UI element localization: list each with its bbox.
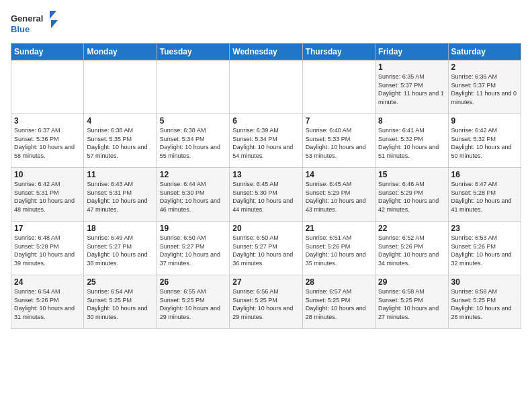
- calendar-cell: 9Sunrise: 6:42 AM Sunset: 5:32 PM Daylig…: [448, 114, 521, 168]
- day-info: Sunrise: 6:58 AM Sunset: 5:25 PM Dayligh…: [378, 287, 445, 321]
- day-number: 9: [451, 116, 518, 126]
- day-info: Sunrise: 6:47 AM Sunset: 5:28 PM Dayligh…: [451, 180, 518, 214]
- calendar-cell: [84, 60, 157, 114]
- day-number: 15: [378, 170, 445, 179]
- calendar-cell: 14Sunrise: 6:45 AM Sunset: 5:29 PM Dayli…: [302, 168, 375, 222]
- svg-text:Blue: Blue: [11, 24, 30, 34]
- calendar-cell: 7Sunrise: 6:40 AM Sunset: 5:33 PM Daylig…: [302, 114, 375, 168]
- day-info: Sunrise: 6:40 AM Sunset: 5:33 PM Dayligh…: [306, 126, 372, 160]
- calendar-cell: 1Sunrise: 6:35 AM Sunset: 5:37 PM Daylig…: [375, 60, 448, 114]
- day-number: 20: [232, 224, 299, 233]
- day-number: 28: [306, 277, 372, 287]
- day-number: 6: [232, 116, 299, 126]
- calendar-cell: 5Sunrise: 6:38 AM Sunset: 5:34 PM Daylig…: [157, 114, 229, 168]
- day-info: Sunrise: 6:58 AM Sunset: 5:25 PM Dayligh…: [451, 287, 518, 321]
- col-header-friday: Friday: [375, 44, 448, 60]
- day-info: Sunrise: 6:50 AM Sunset: 5:27 PM Dayligh…: [160, 234, 226, 267]
- day-number: 12: [160, 170, 226, 179]
- day-info: Sunrise: 6:35 AM Sunset: 5:37 PM Dayligh…: [378, 73, 445, 106]
- day-number: 19: [160, 224, 226, 233]
- calendar-cell: 24Sunrise: 6:54 AM Sunset: 5:26 PM Dayli…: [11, 275, 84, 329]
- day-info: Sunrise: 6:57 AM Sunset: 5:25 PM Dayligh…: [306, 287, 372, 321]
- day-number: 22: [378, 224, 445, 233]
- day-number: 16: [451, 170, 518, 179]
- day-number: 4: [87, 116, 153, 126]
- day-info: Sunrise: 6:44 AM Sunset: 5:30 PM Dayligh…: [160, 180, 226, 214]
- calendar-cell: 18Sunrise: 6:49 AM Sunset: 5:27 PM Dayli…: [84, 222, 157, 275]
- day-number: 24: [14, 277, 81, 287]
- calendar-cell: 12Sunrise: 6:44 AM Sunset: 5:30 PM Dayli…: [157, 168, 229, 222]
- day-info: Sunrise: 6:45 AM Sunset: 5:30 PM Dayligh…: [232, 180, 299, 214]
- calendar-cell: 22Sunrise: 6:52 AM Sunset: 5:26 PM Dayli…: [375, 222, 448, 275]
- day-info: Sunrise: 6:43 AM Sunset: 5:31 PM Dayligh…: [87, 180, 153, 214]
- day-number: 11: [87, 170, 153, 179]
- calendar-week-row: 24Sunrise: 6:54 AM Sunset: 5:26 PM Dayli…: [11, 275, 521, 329]
- calendar-cell: [230, 60, 302, 114]
- col-header-tuesday: Tuesday: [157, 44, 229, 60]
- day-info: Sunrise: 6:37 AM Sunset: 5:36 PM Dayligh…: [14, 126, 81, 160]
- day-number: 7: [306, 116, 372, 126]
- calendar-week-row: 17Sunrise: 6:48 AM Sunset: 5:28 PM Dayli…: [11, 222, 521, 275]
- day-info: Sunrise: 6:42 AM Sunset: 5:31 PM Dayligh…: [14, 180, 81, 214]
- day-number: 25: [87, 277, 153, 287]
- calendar-cell: 11Sunrise: 6:43 AM Sunset: 5:31 PM Dayli…: [84, 168, 157, 222]
- day-number: 29: [378, 277, 445, 287]
- day-number: 5: [160, 116, 226, 126]
- day-info: Sunrise: 6:46 AM Sunset: 5:29 PM Dayligh…: [378, 180, 445, 214]
- calendar-cell: 17Sunrise: 6:48 AM Sunset: 5:28 PM Dayli…: [11, 222, 84, 275]
- day-info: Sunrise: 6:52 AM Sunset: 5:26 PM Dayligh…: [378, 234, 445, 267]
- day-info: Sunrise: 6:50 AM Sunset: 5:27 PM Dayligh…: [232, 234, 299, 267]
- calendar-cell: 26Sunrise: 6:55 AM Sunset: 5:25 PM Dayli…: [157, 275, 229, 329]
- day-number: 30: [451, 277, 518, 287]
- col-header-saturday: Saturday: [448, 44, 521, 60]
- day-info: Sunrise: 6:45 AM Sunset: 5:29 PM Dayligh…: [306, 180, 372, 214]
- page-header: GeneralBlue: [11, 11, 521, 38]
- day-number: 18: [87, 224, 153, 233]
- calendar-cell: [302, 60, 375, 114]
- calendar-week-row: 10Sunrise: 6:42 AM Sunset: 5:31 PM Dayli…: [11, 168, 521, 222]
- day-info: Sunrise: 6:36 AM Sunset: 5:37 PM Dayligh…: [451, 73, 518, 106]
- day-number: 21: [306, 224, 372, 233]
- day-number: 13: [232, 170, 299, 179]
- calendar-cell: 15Sunrise: 6:46 AM Sunset: 5:29 PM Dayli…: [375, 168, 448, 222]
- day-number: 14: [306, 170, 372, 179]
- col-header-monday: Monday: [84, 44, 157, 60]
- logo: GeneralBlue: [11, 11, 64, 38]
- day-number: 17: [14, 224, 81, 233]
- calendar-cell: 8Sunrise: 6:41 AM Sunset: 5:32 PM Daylig…: [375, 114, 448, 168]
- day-info: Sunrise: 6:39 AM Sunset: 5:34 PM Dayligh…: [232, 126, 299, 160]
- day-number: 26: [160, 277, 226, 287]
- calendar-header-row: SundayMondayTuesdayWednesdayThursdayFrid…: [11, 44, 521, 60]
- day-info: Sunrise: 6:38 AM Sunset: 5:34 PM Dayligh…: [160, 126, 226, 160]
- calendar-cell: 13Sunrise: 6:45 AM Sunset: 5:30 PM Dayli…: [230, 168, 302, 222]
- svg-marker-2: [50, 11, 56, 19]
- calendar-cell: [11, 60, 84, 114]
- calendar-cell: 20Sunrise: 6:50 AM Sunset: 5:27 PM Dayli…: [230, 222, 302, 275]
- svg-text:General: General: [11, 13, 43, 24]
- day-info: Sunrise: 6:49 AM Sunset: 5:27 PM Dayligh…: [87, 234, 153, 267]
- day-number: 2: [451, 62, 518, 72]
- day-info: Sunrise: 6:56 AM Sunset: 5:25 PM Dayligh…: [232, 287, 299, 321]
- col-header-sunday: Sunday: [11, 44, 84, 60]
- calendar-table: SundayMondayTuesdayWednesdayThursdayFrid…: [11, 43, 521, 329]
- calendar-cell: 3Sunrise: 6:37 AM Sunset: 5:36 PM Daylig…: [11, 114, 84, 168]
- day-info: Sunrise: 6:38 AM Sunset: 5:35 PM Dayligh…: [87, 126, 153, 160]
- day-info: Sunrise: 6:48 AM Sunset: 5:28 PM Dayligh…: [14, 234, 81, 267]
- calendar-cell: 6Sunrise: 6:39 AM Sunset: 5:34 PM Daylig…: [230, 114, 302, 168]
- calendar-cell: [157, 60, 229, 114]
- day-info: Sunrise: 6:53 AM Sunset: 5:26 PM Dayligh…: [451, 234, 518, 267]
- logo-svg: GeneralBlue: [11, 11, 64, 38]
- calendar-cell: 2Sunrise: 6:36 AM Sunset: 5:37 PM Daylig…: [448, 60, 521, 114]
- day-number: 23: [451, 224, 518, 233]
- calendar-cell: 16Sunrise: 6:47 AM Sunset: 5:28 PM Dayli…: [448, 168, 521, 222]
- col-header-thursday: Thursday: [302, 44, 375, 60]
- day-number: 8: [378, 116, 445, 126]
- calendar-week-row: 3Sunrise: 6:37 AM Sunset: 5:36 PM Daylig…: [11, 114, 521, 168]
- calendar-cell: 28Sunrise: 6:57 AM Sunset: 5:25 PM Dayli…: [302, 275, 375, 329]
- day-info: Sunrise: 6:55 AM Sunset: 5:25 PM Dayligh…: [160, 287, 226, 321]
- day-number: 1: [378, 62, 445, 72]
- day-info: Sunrise: 6:41 AM Sunset: 5:32 PM Dayligh…: [378, 126, 445, 160]
- calendar-cell: 23Sunrise: 6:53 AM Sunset: 5:26 PM Dayli…: [448, 222, 521, 275]
- calendar-cell: 25Sunrise: 6:54 AM Sunset: 5:25 PM Dayli…: [84, 275, 157, 329]
- day-number: 10: [14, 170, 81, 179]
